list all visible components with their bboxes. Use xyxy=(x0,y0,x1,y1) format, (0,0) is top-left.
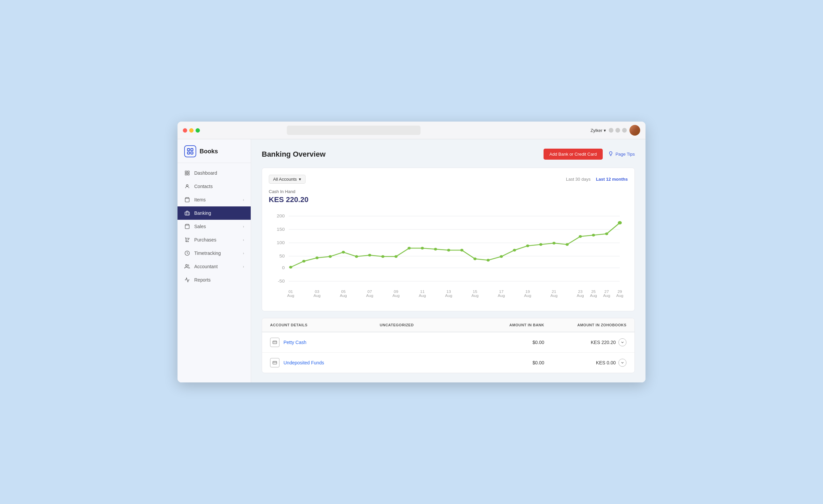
svg-point-43 xyxy=(526,244,530,247)
url-bar[interactable] xyxy=(287,126,421,135)
period-30-days-button[interactable]: Last 30 days xyxy=(566,177,591,182)
svg-text:Aug: Aug xyxy=(616,294,623,298)
header-actions: Add Bank or Credit Card Page Tips xyxy=(544,149,635,160)
titlebar-right: Zylker ▾ xyxy=(591,125,640,136)
sales-icon xyxy=(184,223,190,229)
svg-text:13: 13 xyxy=(447,290,451,294)
sidebar-item-reports[interactable]: Reports xyxy=(178,273,251,287)
svg-text:Aug: Aug xyxy=(590,294,597,298)
petty-cash-icon xyxy=(270,338,279,347)
traffic-lights xyxy=(183,128,200,133)
svg-text:Aug: Aug xyxy=(445,294,452,298)
svg-text:21: 21 xyxy=(552,290,556,294)
account-filter-dropdown[interactable]: All Accounts ▾ xyxy=(269,175,306,184)
account-cell-undeposited: Undeposited Funds xyxy=(270,358,380,367)
svg-text:-50: -50 xyxy=(278,279,285,284)
sidebar-item-timetracking[interactable]: Timetracking › xyxy=(178,246,251,260)
svg-text:03: 03 xyxy=(315,290,319,294)
sidebar-item-accountant[interactable]: Accountant › xyxy=(178,260,251,273)
table-row: Petty Cash $0.00 KES 220.20 xyxy=(262,332,634,353)
svg-point-29 xyxy=(342,251,345,254)
svg-text:29: 29 xyxy=(617,290,622,294)
timetracking-chevron: › xyxy=(243,251,244,255)
svg-point-41 xyxy=(500,255,503,258)
svg-point-50 xyxy=(618,221,622,224)
petty-expand-button[interactable] xyxy=(618,338,626,346)
nav-items: Dashboard Contacts xyxy=(178,163,251,290)
accounts-table: ACCOUNT DETAILS UNCATEGORIZED AMOUNT IN … xyxy=(262,318,635,373)
svg-text:17: 17 xyxy=(499,290,503,294)
maximize-button[interactable] xyxy=(196,128,200,133)
items-chevron: › xyxy=(243,198,244,202)
sidebar-item-sales[interactable]: Sales › xyxy=(178,220,251,233)
chart-card: All Accounts ▾ Last 30 days Last 12 mont… xyxy=(262,168,635,311)
svg-point-45 xyxy=(552,242,556,244)
account-cell-petty: Petty Cash xyxy=(270,338,380,347)
sidebar-item-purchases[interactable]: Purchases › xyxy=(178,233,251,246)
svg-point-12 xyxy=(186,265,187,266)
sales-chevron: › xyxy=(243,225,244,228)
undeposited-icon xyxy=(270,358,279,367)
svg-point-37 xyxy=(447,249,450,251)
svg-rect-83 xyxy=(273,361,277,364)
avatar[interactable] xyxy=(629,125,640,136)
col-uncategorized: UNCATEGORIZED xyxy=(380,323,462,327)
svg-point-34 xyxy=(407,247,411,249)
page-title: Banking Overview xyxy=(262,150,326,159)
page-tips-button[interactable]: Page Tips xyxy=(608,151,635,157)
svg-point-27 xyxy=(316,257,319,259)
sidebar-item-contacts[interactable]: Contacts xyxy=(178,180,251,193)
svg-rect-7 xyxy=(188,173,189,175)
accountant-chevron: › xyxy=(243,265,244,269)
app-window: Zylker ▾ xyxy=(178,122,645,382)
svg-rect-81 xyxy=(273,341,277,344)
svg-text:09: 09 xyxy=(394,290,398,294)
sidebar: Books Dashboard xyxy=(178,139,251,382)
win-ctrl-1[interactable] xyxy=(609,128,613,133)
svg-rect-10 xyxy=(185,212,189,215)
sidebar-item-banking[interactable]: Banking xyxy=(178,206,251,220)
svg-text:Aug: Aug xyxy=(577,294,584,298)
svg-point-35 xyxy=(421,247,424,249)
petty-cash-link[interactable]: Petty Cash xyxy=(283,340,306,345)
svg-text:23: 23 xyxy=(578,290,582,294)
close-button[interactable] xyxy=(183,128,187,133)
svg-text:01: 01 xyxy=(288,290,293,294)
sidebar-item-dashboard[interactable]: Dashboard xyxy=(178,166,251,180)
svg-rect-3 xyxy=(191,152,193,154)
svg-point-33 xyxy=(394,255,398,258)
svg-text:100: 100 xyxy=(277,240,285,245)
reports-icon xyxy=(184,277,190,283)
win-controls xyxy=(609,128,627,133)
accountant-icon xyxy=(184,264,190,270)
titlebar: Zylker ▾ xyxy=(178,122,645,139)
win-ctrl-2[interactable] xyxy=(615,128,620,133)
svg-text:15: 15 xyxy=(473,290,477,294)
svg-text:Aug: Aug xyxy=(392,294,399,298)
logo-text: Books xyxy=(200,148,218,155)
svg-text:Aug: Aug xyxy=(524,294,531,298)
svg-point-32 xyxy=(381,255,385,258)
svg-rect-2 xyxy=(188,152,190,154)
cash-amount: KES 220.20 xyxy=(269,195,628,204)
table-header: ACCOUNT DETAILS UNCATEGORIZED AMOUNT IN … xyxy=(262,318,634,332)
minimize-button[interactable] xyxy=(189,128,194,133)
app-body: Books Dashboard xyxy=(178,139,645,382)
undeposited-funds-link[interactable]: Undeposited Funds xyxy=(283,360,324,365)
svg-rect-4 xyxy=(185,171,187,173)
svg-text:0: 0 xyxy=(282,266,285,270)
sidebar-item-items[interactable]: Items › xyxy=(178,193,251,206)
svg-rect-1 xyxy=(191,149,193,151)
win-ctrl-3[interactable] xyxy=(622,128,627,133)
svg-text:Aug: Aug xyxy=(314,294,321,298)
lightbulb-icon xyxy=(608,151,613,157)
svg-rect-6 xyxy=(185,173,187,175)
period-12-months-button[interactable]: Last 12 months xyxy=(596,177,628,182)
add-bank-button[interactable]: Add Bank or Credit Card xyxy=(544,149,603,160)
user-label[interactable]: Zylker ▾ xyxy=(591,128,606,133)
svg-text:Aug: Aug xyxy=(551,294,558,298)
undeposited-expand-button[interactable] xyxy=(618,359,626,367)
period-filters: Last 30 days Last 12 months xyxy=(566,177,628,182)
chart-header: All Accounts ▾ Last 30 days Last 12 mont… xyxy=(269,175,628,184)
items-icon xyxy=(184,197,190,203)
